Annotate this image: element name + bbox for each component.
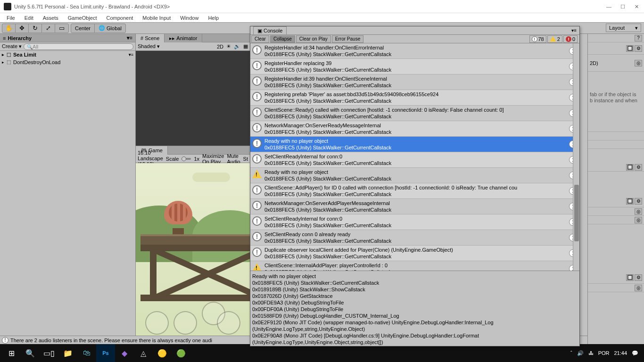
console-log-row[interactable]: !SetClientReadyInternal for conn:00x0188… [250, 214, 579, 230]
console-tab[interactable]: ▣ Console [253, 26, 287, 34]
taskview-icon[interactable]: ▭▯ [40, 344, 58, 362]
expand-arrow-icon[interactable]: ▸ [2, 52, 7, 57]
touch-control-right[interactable] [217, 311, 240, 335]
photoshop-icon[interactable]: Ps [96, 344, 115, 362]
console-collapse-button[interactable]: Collapse [270, 35, 295, 43]
game-view[interactable] [136, 163, 250, 344]
hierarchy-item[interactable]: ▸ ⬚ DontDestroyOnLoad [0, 58, 135, 66]
search-icon[interactable]: 🔍 [21, 344, 40, 362]
console-error-filter[interactable]: !0 [563, 35, 578, 43]
component-help-button[interactable]: 🔲 [626, 45, 634, 52]
mute-audio-button[interactable]: Mute Audio [227, 153, 240, 165]
menu-help[interactable]: Help [204, 14, 223, 22]
rect-tool-button[interactable]: ▭ [55, 24, 68, 33]
panel-menu-icon[interactable]: ▾≡ [127, 35, 132, 41]
component-help-button[interactable]: 🔲 [626, 198, 634, 205]
console-info-filter[interactable]: !78 [529, 35, 546, 43]
hand-tool-button[interactable]: ✋ [2, 24, 16, 33]
component-help-button[interactable]: 🔲 [626, 164, 634, 171]
light-toggle-icon[interactable]: ☀ [226, 43, 231, 49]
unity-icon[interactable]: ◬ [134, 344, 153, 362]
chrome-icon[interactable]: 🟡 [153, 344, 172, 362]
console-log-row[interactable]: !Registering prefab 'Player' as asset:bb… [250, 90, 579, 106]
stats-button[interactable]: St [243, 156, 248, 162]
component-gear-button[interactable]: ⚙ [635, 198, 642, 205]
explorer-icon[interactable]: 📁 [58, 344, 77, 362]
console-log-row[interactable]: !ClientScene::Ready() called with connec… [250, 106, 579, 121]
hierarchy-list[interactable]: ▸ ⬚ Sea Limit ▾≡ ▸ ⬚ DontDestroyOnLoad [0, 51, 135, 344]
scale-slider[interactable] [182, 158, 191, 160]
tray-language[interactable]: POR [598, 350, 610, 356]
console-clear-button[interactable]: Clear [251, 35, 269, 43]
create-dropdown[interactable]: Create ▾ [2, 43, 22, 49]
close-button[interactable]: ✕ [635, 4, 640, 9]
rotate-tool-button[interactable]: ↻ [29, 24, 42, 33]
console-log-list[interactable]: !RegisterHandler id:34 handler:OnClientE… [250, 43, 579, 271]
console-log-row[interactable]: !RegisterHandler id:39 handler:OnClientS… [250, 74, 579, 90]
console-window[interactable]: ▣ Console ▾≡ Clear Collapse Clear on Pla… [250, 26, 580, 346]
help-icon[interactable]: ? [635, 35, 642, 41]
maximize-on-play-button[interactable]: Maximize On Play [202, 153, 224, 165]
component-gear-button[interactable]: ⚙ [635, 45, 642, 52]
touch-control-left2[interactable] [173, 311, 197, 335]
hierarchy-search-input[interactable]: 🔍All [24, 43, 133, 50]
scene-view[interactable] [136, 51, 250, 146]
console-clearonplay-button[interactable]: Clear on Play [296, 35, 331, 43]
scale-tool-button[interactable]: ⤢ [42, 24, 55, 33]
console-detail[interactable]: Ready with no player object 0x0188FEC5 (… [250, 271, 579, 346]
console-log-row[interactable]: !SetClientReady conn 0 already ready0x01… [250, 230, 579, 246]
scene-menu-icon[interactable]: ▾≡ [129, 52, 133, 57]
panel-menu-icon[interactable]: ▾≡ [571, 28, 577, 33]
pivot-global-button[interactable]: 🌐Global [95, 24, 125, 33]
menu-window[interactable]: Window [176, 14, 202, 22]
console-log-row[interactable]: !NetworkManager:OnServerAddPlayerMessage… [250, 199, 579, 214]
chrome-icon-2[interactable]: 🟢 [172, 344, 190, 362]
vs-icon[interactable]: ◆ [115, 344, 134, 362]
menu-edit[interactable]: Edit [21, 14, 37, 22]
fx-toggle-icon[interactable]: ▦ [243, 43, 248, 49]
component-gear-button[interactable]: ⚙ [635, 164, 642, 171]
tray-chevron-icon[interactable]: ˆ [570, 350, 572, 356]
console-log-row[interactable]: !RegisterHandler replacing 390x0188FEC5 … [250, 59, 579, 74]
console-log-row[interactable]: !Duplicate observer localClient added fo… [250, 246, 579, 261]
console-log-row[interactable]: Ready with no player object0x0188FEC5 (U… [250, 168, 579, 183]
target-icon[interactable]: ◎ [635, 217, 642, 223]
component-gear-button[interactable]: ⚙ [635, 274, 642, 281]
store-icon[interactable]: 🛍 [77, 344, 96, 362]
console-log-row[interactable]: !NetworkManager:OnServerReadyMessageInte… [250, 121, 579, 137]
tray-volume-icon[interactable]: 🔊 [577, 350, 584, 356]
target-icon[interactable]: ◎ [635, 285, 642, 291]
tray-notifications-icon[interactable]: 💬 [632, 350, 638, 356]
shading-dropdown[interactable]: Shaded ▾ [138, 43, 160, 49]
scrollbar[interactable] [573, 43, 579, 271]
layout-dropdown[interactable]: Layout▾ [606, 24, 641, 32]
menu-file[interactable]: File [3, 14, 19, 22]
console-log-row[interactable]: !RegisterHandler id:34 handler:OnClientE… [250, 43, 579, 59]
tab-scene[interactable]: #Scene [136, 34, 165, 42]
component-help-button[interactable]: 🔲 [626, 274, 634, 281]
start-button[interactable]: ⊞ [2, 344, 21, 362]
expand-arrow-icon[interactable]: ▸ [2, 60, 7, 65]
menu-assets[interactable]: Assets [39, 14, 62, 22]
tray-clock[interactable]: 21:44 [614, 350, 627, 356]
hierarchy-item[interactable]: ▸ ⬚ Sea Limit ▾≡ [0, 51, 135, 58]
console-log-row[interactable]: !Ready with no player object0x0188FEC5 (… [250, 137, 579, 152]
target-icon[interactable]: ◎ [635, 208, 642, 215]
target-icon[interactable]: ◎ [635, 60, 642, 66]
menu-gameobject[interactable]: GameObject [64, 14, 101, 22]
tray-network-icon[interactable]: 🖧 [588, 350, 594, 356]
tab-animator[interactable]: ▸▸Animator [165, 34, 202, 42]
menu-component[interactable]: Component [102, 14, 137, 22]
touch-control-left[interactable] [145, 311, 169, 335]
console-log-row[interactable]: !ClientScene::AddPlayer() for ID 0 calle… [250, 183, 579, 199]
audio-toggle-icon[interactable]: 🔊 [234, 43, 240, 49]
console-log-row[interactable]: ClientScene::InternalAddPlayer: playerCo… [250, 261, 579, 271]
mode-2d-button[interactable]: 2D [217, 44, 223, 49]
pivot-center-button[interactable]: Center [71, 24, 95, 33]
minimize-button[interactable]: — [606, 4, 612, 9]
console-warn-filter[interactable]: 2 [547, 35, 562, 43]
console-log-row[interactable]: !SetClientReadyInternal for conn:00x0188… [250, 152, 579, 168]
maximize-button[interactable]: ☐ [620, 4, 626, 9]
console-errorpause-button[interactable]: Error Pause [332, 35, 363, 43]
menu-mobileinput[interactable]: Mobile Input [139, 14, 174, 22]
